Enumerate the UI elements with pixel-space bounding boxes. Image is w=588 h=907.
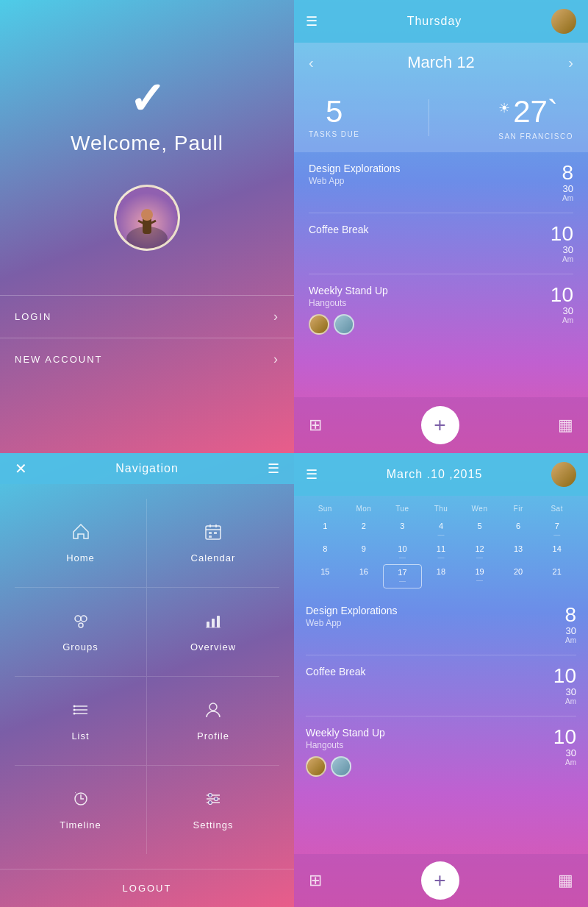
new-account-row[interactable]: NEW ACCOUNT › <box>0 338 294 380</box>
login-row[interactable]: LOGIN › <box>0 295 294 338</box>
sched-title-b3: Weekly Stand Up <box>306 727 553 739</box>
schedule-item-b1[interactable]: Design Explorations Web App 8 30 Am <box>306 594 576 655</box>
cal-day-2[interactable]: 2 <box>345 519 384 541</box>
attendee-avatar-b2 <box>331 756 351 777</box>
cal-day-13[interactable]: 13 <box>499 541 538 564</box>
nav-item-timeline[interactable]: Timeline <box>15 766 147 854</box>
svg-rect-12 <box>209 536 212 538</box>
cal-day-6[interactable]: 6 <box>499 519 538 541</box>
cal-day-18[interactable]: 18 <box>422 564 461 588</box>
add-button[interactable]: + <box>421 406 459 444</box>
attendee-avatar-1 <box>309 314 329 335</box>
cal-day-14[interactable]: 14 <box>537 541 576 564</box>
full-calendar-title: March .10 ,2015 <box>387 468 483 481</box>
nav-title: Navigation <box>115 462 179 475</box>
cal-day-1[interactable]: 1 <box>306 519 345 541</box>
grid-icon[interactable]: ⊞ <box>309 416 322 435</box>
chevron-right-icon-2: › <box>273 352 279 367</box>
logout-button[interactable]: Logout <box>0 869 294 907</box>
nav-item-home[interactable]: Home <box>15 499 147 588</box>
nav-item-profile[interactable]: Profile <box>147 677 279 766</box>
attendee-avatar-2 <box>334 314 354 335</box>
next-arrow[interactable]: › <box>568 54 573 71</box>
nav-item-overview[interactable]: Overview <box>147 588 279 677</box>
chart-icon-2[interactable]: ▦ <box>558 871 573 890</box>
attendee-avatar-b1 <box>306 756 326 777</box>
stat-divider <box>429 99 429 136</box>
full-calendar-bottom-bar: ⊞ + ▦ <box>294 854 588 907</box>
schedule-title-1: Design Explorations <box>309 163 562 174</box>
cal-day-16[interactable]: 16 <box>345 564 384 588</box>
cal-day-21[interactable]: 21 <box>537 564 576 588</box>
svg-point-13 <box>75 616 81 622</box>
nav-label-groups: Groups <box>62 641 98 652</box>
svg-point-23 <box>73 705 75 708</box>
cal-day-3[interactable]: 3 <box>383 519 422 541</box>
new-account-button[interactable]: NEW ACCOUNT › <box>0 338 294 380</box>
nav-header: ✕ Navigation ☰ <box>0 453 294 484</box>
nav-item-settings[interactable]: Settings <box>147 766 279 854</box>
hamburger-icon[interactable]: ☰ <box>306 13 318 29</box>
calendar-icon <box>204 522 223 547</box>
tasks-label: TASKS DUE <box>309 130 359 138</box>
svg-point-24 <box>73 709 75 711</box>
nav-label-overview: Overview <box>190 641 236 652</box>
cal-day-7[interactable]: 7 <box>537 519 576 541</box>
days-header: Sun Mon Tue Thu Wen Fir Sat <box>306 502 576 516</box>
cal-day-15[interactable]: 15 <box>306 564 345 588</box>
sched-time-b2: 10 30 Am <box>553 666 576 705</box>
sched-sub-b1: Web App <box>306 618 564 628</box>
chevron-right-icon: › <box>273 309 279 324</box>
cal-day-17[interactable]: 17 <box>383 564 422 588</box>
nav-label-settings: Settings <box>193 819 234 830</box>
calendar-header: ☰ Thursday <box>294 0 588 43</box>
user-avatar-sm[interactable] <box>551 9 576 34</box>
sched-avatars-b3 <box>306 756 553 777</box>
nav-item-list[interactable]: List <box>15 677 147 766</box>
cal-day-4[interactable]: 4 <box>422 519 461 541</box>
svg-rect-16 <box>207 622 209 627</box>
schedule-item-b3[interactable]: Weekly Stand Up Hangouts 10 30 Am <box>306 716 576 787</box>
sun-icon: ☀ <box>498 100 510 116</box>
overview-icon <box>204 611 223 636</box>
cal-day-10[interactable]: 10 <box>383 541 422 564</box>
hamburger-icon-2[interactable]: ☰ <box>268 460 279 477</box>
schedule-title-2: Coffee Break <box>309 224 551 235</box>
grid-icon-2[interactable]: ⊞ <box>309 871 322 890</box>
app-screen: ✓ Welcome, Paull <box>0 0 588 907</box>
add-button-2[interactable]: + <box>421 861 459 900</box>
close-icon[interactable]: ✕ <box>15 460 27 477</box>
schedule-list: Design Explorations Web App 8 30 Am Coff… <box>294 152 588 397</box>
nav-label-list: List <box>71 730 89 741</box>
hamburger-icon-3[interactable]: ☰ <box>306 466 318 483</box>
user-avatar-sm-2[interactable] <box>551 462 576 487</box>
schedule-item-2[interactable]: Coffee Break 10 30 Am <box>309 213 573 274</box>
prev-arrow[interactable]: ‹ <box>309 54 314 71</box>
sched-title-b1: Design Explorations <box>306 605 564 616</box>
stats-bar: 5 TASKS DUE ☀ 27` SAN FRANCISCO <box>294 82 588 152</box>
login-button[interactable]: LOGIN › <box>0 295 294 338</box>
cal-day-12[interactable]: 12 <box>460 541 499 564</box>
schedule-sub-1: Web App <box>309 176 562 186</box>
schedule-item-1[interactable]: Design Explorations Web App 8 30 Am <box>309 152 573 213</box>
nav-item-calendar[interactable]: Calendar <box>147 499 279 588</box>
cal-day-11[interactable]: 11 <box>422 541 461 564</box>
svg-point-31 <box>209 794 212 797</box>
svg-point-14 <box>81 616 87 622</box>
list-icon <box>71 700 90 725</box>
cal-day-8[interactable]: 8 <box>306 541 345 564</box>
cal-day-5[interactable]: 5 <box>460 519 499 541</box>
cal-day-9[interactable]: 9 <box>345 541 384 564</box>
schedule-title-3: Weekly Stand Up <box>309 285 551 296</box>
cal-day-20[interactable]: 20 <box>499 564 538 588</box>
days-grid: 1 2 3 4 5 6 7 8 9 10 11 12 13 14 15 <box>306 519 576 588</box>
svg-rect-17 <box>212 619 215 627</box>
nav-item-groups[interactable]: Groups <box>15 588 147 677</box>
schedule-item-3[interactable]: Weekly Stand Up Hangouts 10 30 Am <box>309 274 573 345</box>
schedule-item-b2[interactable]: Coffee Break 10 30 Am <box>306 655 576 716</box>
nav-label-timeline: Timeline <box>60 819 101 830</box>
chart-icon[interactable]: ▦ <box>558 416 573 435</box>
full-calendar-header: ☰ March .10 ,2015 <box>294 453 588 496</box>
cal-day-19[interactable]: 19 <box>460 564 499 588</box>
welcome-panel: ✓ Welcome, Paull <box>0 0 294 453</box>
